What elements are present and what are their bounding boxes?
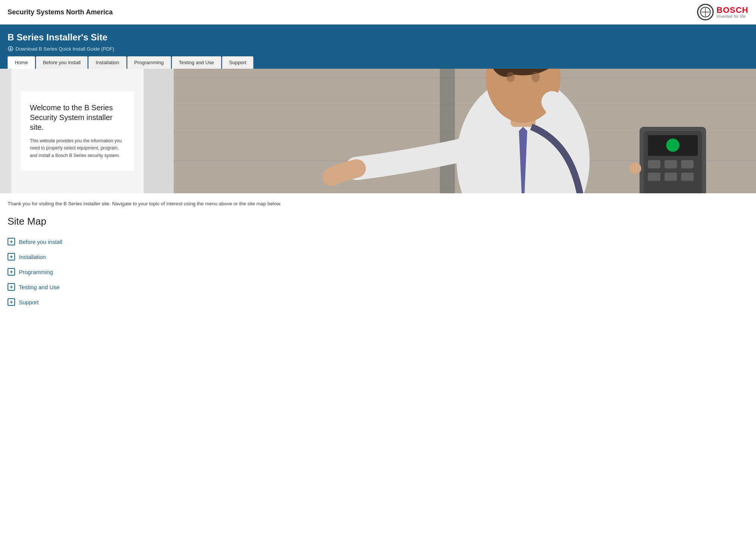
- svg-point-18: [531, 72, 540, 82]
- hero-section: Welcome to the B Series Security System …: [0, 69, 756, 193]
- hero-middle-panel: [143, 69, 174, 193]
- download-link[interactable]: Download B Series Quick Install Guide (P…: [8, 46, 748, 52]
- download-icon: [8, 46, 14, 52]
- svg-rect-24: [648, 160, 660, 168]
- hero-welcome-text: This website provides you the informatio…: [30, 137, 125, 159]
- expand-icon-support: +: [8, 298, 15, 306]
- svg-rect-29: [681, 173, 694, 181]
- expand-icon-before-you-install: +: [8, 238, 15, 245]
- bosch-text: BOSCH Invented for life: [717, 6, 748, 18]
- svg-rect-28: [665, 173, 677, 181]
- site-map-item-programming[interactable]: + Programming: [8, 264, 332, 279]
- main-content: Thank you for visiting the B Series inst…: [0, 193, 340, 317]
- site-map-label-support: Support: [19, 299, 39, 305]
- tab-support[interactable]: Support: [222, 56, 254, 69]
- bosch-tagline: Invented for life: [717, 14, 748, 18]
- svg-rect-27: [648, 173, 660, 181]
- blue-banner: B Series Installer's Site Download B Ser…: [0, 25, 756, 69]
- hero-image: [174, 69, 756, 193]
- site-map-label-testing-and-use: Testing and Use: [19, 284, 60, 290]
- bosch-brand-name: BOSCH: [717, 6, 748, 14]
- site-map-item-support[interactable]: + Support: [8, 294, 332, 310]
- site-title: Security Systems North America: [8, 8, 113, 16]
- expand-icon-programming: +: [8, 268, 15, 276]
- site-map-label-before-you-install: Before you install: [19, 239, 62, 245]
- hero-card-bg: Welcome to the B Series Security System …: [11, 69, 143, 193]
- tab-testing-and-use[interactable]: Testing and Use: [172, 56, 221, 69]
- site-map-label-programming: Programming: [19, 269, 53, 275]
- site-map-title: Site Map: [8, 216, 332, 227]
- svg-rect-11: [440, 69, 455, 193]
- nav-tabs: Home Before you install Installation Pro…: [8, 56, 748, 69]
- site-map-item-before-you-install[interactable]: + Before you install: [8, 234, 332, 249]
- tab-programming[interactable]: Programming: [127, 56, 171, 69]
- svg-point-23: [666, 139, 679, 152]
- hero-welcome-title: Welcome to the B Series Security System …: [30, 103, 125, 132]
- expand-icon-testing-and-use: +: [8, 283, 15, 291]
- site-map-item-installation[interactable]: + Installation: [8, 249, 332, 264]
- bosch-logo: BOSCH Invented for life: [697, 4, 748, 20]
- hero-person-svg: [174, 69, 756, 193]
- site-map-label-installation: Installation: [19, 254, 46, 260]
- tab-home[interactable]: Home: [8, 56, 35, 69]
- bosch-logo-circle: [697, 4, 714, 20]
- hero-card: Welcome to the B Series Security System …: [21, 91, 134, 171]
- site-map-list: + Before you install + Installation + Pr…: [8, 234, 332, 310]
- banner-title: B Series Installer's Site: [8, 32, 748, 43]
- svg-rect-26: [681, 160, 694, 168]
- download-link-text: Download B Series Quick Install Guide (P…: [15, 46, 114, 52]
- svg-point-17: [506, 72, 515, 82]
- tab-installation[interactable]: Installation: [88, 56, 126, 69]
- thank-you-text: Thank you for visiting the B Series inst…: [8, 201, 332, 207]
- svg-point-30: [629, 163, 641, 174]
- hero-left-edge: [0, 69, 11, 193]
- top-header: Security Systems North America BOSCH Inv…: [0, 0, 756, 25]
- svg-rect-25: [665, 160, 677, 168]
- site-map-item-testing-and-use[interactable]: + Testing and Use: [8, 279, 332, 294]
- expand-icon-installation: +: [8, 253, 15, 261]
- tab-before-you-install[interactable]: Before you install: [36, 56, 88, 69]
